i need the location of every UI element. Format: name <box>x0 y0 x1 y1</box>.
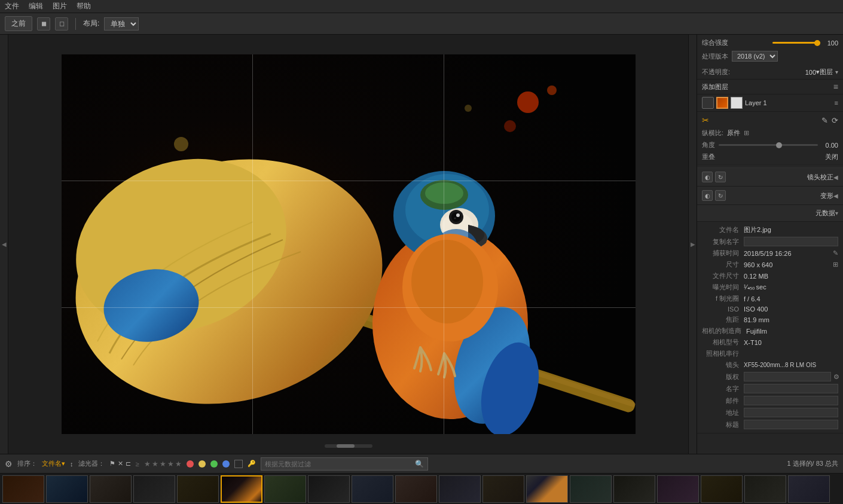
lens-icon-1[interactable]: ◐ <box>702 172 713 182</box>
filter-label: 滤光器： <box>78 459 105 468</box>
sort-direction-icon[interactable]: ↕ <box>70 460 74 468</box>
film-thumb-18[interactable] <box>744 475 786 503</box>
crop-section: ✂ ✎ ⟳ 纵横比: 原件 ⊞ 角度 0.00 重叠 关闭 <box>697 112 843 166</box>
image-viewer[interactable] <box>8 35 688 454</box>
capture-time-edit-icon[interactable]: ✎ <box>833 249 838 257</box>
strength-slider[interactable] <box>772 42 820 44</box>
transform-icon-1[interactable]: ◐ <box>702 190 713 201</box>
address-row: 地址 <box>697 407 843 419</box>
before-button[interactable]: 之前 <box>5 16 32 31</box>
lens-correction-header[interactable]: ◐ ↻ 镜头校正 ◀ <box>697 168 843 187</box>
color-filter-yellow[interactable] <box>198 460 206 468</box>
color-filter-green[interactable] <box>210 460 218 468</box>
star-2[interactable]: ★ <box>152 460 158 468</box>
menu-item-file[interactable]: 文件 <box>5 1 19 11</box>
iso-value: ISO 400 <box>744 306 838 313</box>
metadata-header[interactable]: 元数据 ▾ <box>697 205 843 222</box>
copyright-gear-icon[interactable]: ⚙ <box>833 373 839 381</box>
aspect-copy-icon[interactable]: ⊞ <box>744 129 749 137</box>
layer-menu-icon[interactable]: ≡ <box>835 99 838 106</box>
menu-item-help[interactable]: 帮助 <box>77 1 91 11</box>
search-input[interactable] <box>265 460 413 468</box>
crop-pencil-icon[interactable]: ✎ <box>821 116 828 125</box>
film-thumb-8[interactable] <box>308 475 350 503</box>
star-5[interactable]: ★ <box>175 460 182 468</box>
film-thumb-2[interactable] <box>46 475 88 503</box>
layer-item[interactable]: Layer 1 ≡ <box>697 94 843 112</box>
transform-header[interactable]: ◐ ↻ 变形 ◀ <box>697 187 843 205</box>
lens-icon-2[interactable]: ↻ <box>715 172 726 182</box>
star-1[interactable]: ★ <box>144 460 151 468</box>
film-thumb-17[interactable] <box>701 475 743 503</box>
menu-item-image[interactable]: 图片 <box>53 1 67 11</box>
layers-label: 图层 <box>820 68 833 77</box>
scrollbar-thumb[interactable] <box>337 444 355 448</box>
search-box[interactable]: 🔍 <box>261 457 428 471</box>
film-thumb-4[interactable] <box>133 475 175 503</box>
horizontal-scrollbar[interactable] <box>325 444 372 448</box>
close-overlay-button[interactable]: 关闭 <box>825 152 838 161</box>
bracket-filter-icon[interactable]: ⊏ <box>126 460 131 468</box>
x-filter-icon[interactable]: ✕ <box>118 460 123 468</box>
transform-title: 变形 <box>726 191 833 200</box>
layout-select[interactable]: 单独 对比 多图 <box>104 17 139 30</box>
lens-correction-title: 镜头校正 <box>726 173 833 182</box>
film-thumb-6[interactable] <box>221 475 262 503</box>
film-thumb-12[interactable] <box>482 475 524 503</box>
film-thumb-3[interactable] <box>90 475 132 503</box>
version-label: 处理版本 <box>702 52 728 61</box>
size-row: 尺寸 960 x 640 ⊞ <box>697 259 843 270</box>
film-thumb-1[interactable] <box>2 475 44 503</box>
menu-item-edit[interactable]: 编辑 <box>29 1 43 11</box>
film-thumb-11[interactable] <box>439 475 481 503</box>
overlay-row: 重叠 关闭 <box>702 152 838 161</box>
film-thumb-16[interactable] <box>657 475 699 503</box>
flag-filter-icon[interactable]: ⚑ <box>109 460 115 468</box>
address-input[interactable] <box>744 408 838 417</box>
star-3[interactable]: ★ <box>160 460 166 468</box>
transform-arrow: ◀ <box>833 193 838 199</box>
title-input[interactable] <box>744 420 838 429</box>
size-crop-icon[interactable]: ⊞ <box>833 261 838 268</box>
film-thumb-14[interactable] <box>570 475 612 503</box>
title-row: 标题 <box>697 419 843 430</box>
key-icon[interactable]: 🔑 <box>248 460 256 468</box>
filter-separator: ≥ <box>136 460 139 468</box>
email-input[interactable] <box>744 396 838 405</box>
metadata-title: 元数据 <box>702 209 835 218</box>
right-panel-handle[interactable]: ▶ <box>688 35 697 454</box>
transform-icon-2[interactable]: ↻ <box>715 190 726 201</box>
angle-label: 角度 <box>702 140 715 149</box>
film-thumb-13[interactable] <box>526 475 568 503</box>
sort-value[interactable]: 文件名▾ <box>42 459 65 468</box>
color-filter-none[interactable] <box>234 460 243 468</box>
right-arrow-icon: ▶ <box>691 241 695 248</box>
film-thumb-10[interactable] <box>395 475 437 503</box>
film-thumb-7[interactable] <box>264 475 306 503</box>
right-panel: 综合强度 100 处理版本 2018 (v2) 2012 (v1) 不透明度: … <box>697 35 843 454</box>
add-layer-menu-icon[interactable]: ≡ <box>833 82 838 91</box>
black-point-icon[interactable]: ◼ <box>37 17 50 30</box>
version-select[interactable]: 2018 (v2) 2012 (v1) <box>732 51 778 62</box>
maker-row: 相机的制造商 Fujifilm <box>697 325 843 337</box>
copyright-input[interactable] <box>744 372 831 381</box>
name-input[interactable] <box>744 384 838 393</box>
copy-name-input[interactable] <box>744 237 838 246</box>
film-thumb-5[interactable] <box>177 475 219 503</box>
star-4[interactable]: ★ <box>167 460 174 468</box>
left-panel-collapse[interactable]: ◀ <box>0 35 8 454</box>
color-filter-red[interactable] <box>187 460 194 468</box>
color-filter-blue[interactable] <box>222 460 230 468</box>
angle-slider[interactable] <box>719 144 818 146</box>
crop-tools: ✎ ⟳ <box>821 116 838 125</box>
file-size-row: 文件尺寸 0.12 MB <box>697 270 843 282</box>
svg-point-6 <box>465 105 472 112</box>
film-thumb-15[interactable] <box>613 475 655 503</box>
crop-rotate-icon[interactable]: ⟳ <box>832 116 838 125</box>
film-thumb-9[interactable] <box>352 475 393 503</box>
maker-value: Fujifilm <box>746 328 838 335</box>
layers-arrow[interactable]: ▾ <box>835 69 838 75</box>
white-point-icon[interactable]: ◻ <box>55 17 68 30</box>
settings-icon[interactable]: ⚙ <box>5 459 13 469</box>
film-thumb-19[interactable] <box>788 475 830 503</box>
